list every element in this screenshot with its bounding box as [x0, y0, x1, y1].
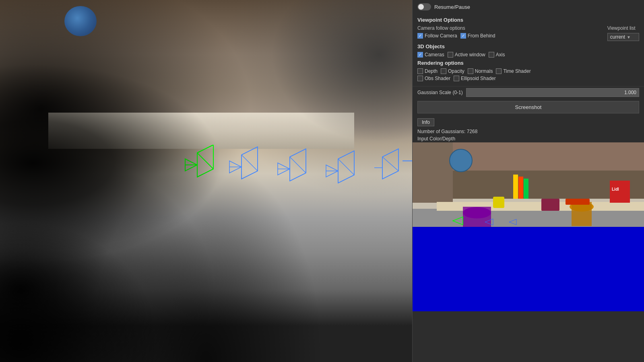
- svg-rect-55: [463, 207, 491, 227]
- follow-camera-checkbox[interactable]: [417, 33, 423, 39]
- resume-pause-row: Resume/Pause: [413, 0, 644, 14]
- depth-label: Depth: [425, 68, 438, 74]
- ellipsoid-shader-label: Ellipsoid Shader: [461, 76, 496, 81]
- normals-checkbox[interactable]: [468, 68, 473, 74]
- viewpoint-dropdown-value: current: [610, 34, 625, 40]
- ellipsoid-shader-checkbox-item[interactable]: Ellipsoid Shader: [454, 76, 496, 81]
- depth-checkbox-item[interactable]: Depth: [417, 68, 438, 74]
- viewpoint-dropdown[interactable]: current ▼: [607, 33, 639, 41]
- opacity-checkbox-item[interactable]: Opacity: [441, 68, 464, 74]
- svg-rect-48: [513, 175, 518, 199]
- info-button[interactable]: Info: [417, 118, 434, 126]
- rendering-options-title: Rendering options: [417, 60, 639, 66]
- preview-container: Lidl: [413, 142, 644, 362]
- rendering-options-row2: Obs Shader Ellipsoid Shader: [417, 76, 639, 81]
- cameras-label: Cameras: [425, 52, 444, 58]
- opacity-checkbox[interactable]: [441, 68, 446, 74]
- active-window-label: Active window: [455, 52, 485, 58]
- input-color-depth-text: Input Color/Depth: [413, 135, 644, 142]
- axis-checkbox-item[interactable]: Axis: [489, 52, 505, 58]
- color-preview: Lidl: [413, 142, 644, 227]
- axis-label: Axis: [496, 52, 505, 58]
- svg-rect-44: [413, 209, 644, 227]
- resume-pause-label: Resume/Pause: [434, 4, 470, 10]
- viewpoint-options-section: Viewpoint Options Camera follow options …: [413, 14, 644, 86]
- gaussian-scale-label: Gaussian Scale (0-1): [417, 90, 463, 95]
- cameras-checkbox[interactable]: [417, 52, 423, 58]
- obs-shader-checkbox-item[interactable]: Obs Shader: [417, 76, 450, 81]
- time-shader-label: Time Shader: [503, 68, 530, 74]
- obs-shader-label: Obs Shader: [425, 76, 450, 81]
- rendering-options-row1: Depth Opacity Normals Time Shader: [417, 68, 639, 74]
- viewpoint-list-group: Viewpoint list current ▼: [607, 25, 639, 41]
- follow-camera-label: Follow Camera: [425, 33, 457, 39]
- viewport[interactable]: [0, 0, 412, 362]
- axis-checkbox[interactable]: [489, 52, 494, 58]
- time-shader-checkbox-item[interactable]: Time Shader: [496, 68, 530, 74]
- ellipsoid-shader-checkbox[interactable]: [454, 76, 459, 81]
- svg-text:Lidl: Lidl: [612, 187, 619, 191]
- from-behind-checkbox[interactable]: [460, 33, 466, 39]
- info-section: Info Number of Gaussians: 7268 Input Col…: [413, 116, 644, 142]
- time-shader-checkbox[interactable]: [496, 68, 502, 74]
- gaussian-scale-input[interactable]: [466, 88, 639, 97]
- camera-follow-title: Camera follow options: [417, 25, 495, 31]
- camera-follow-group: Camera follow options Follow Camera From…: [417, 25, 495, 40]
- obs-shader-checkbox[interactable]: [417, 76, 423, 81]
- from-behind-label: From Behind: [468, 33, 495, 39]
- svg-rect-59: [541, 199, 559, 211]
- opacity-label: Opacity: [448, 68, 464, 74]
- svg-rect-60: [566, 199, 590, 205]
- cameras-checkbox-item[interactable]: Cameras: [417, 52, 444, 58]
- active-window-checkbox[interactable]: [448, 52, 453, 58]
- depth-preview: [413, 227, 644, 311]
- viewport-vignette: [0, 0, 412, 362]
- chevron-down-icon: ▼: [627, 35, 631, 39]
- active-window-checkbox-item[interactable]: Active window: [448, 52, 485, 58]
- follow-camera-checkbox-item[interactable]: Follow Camera: [417, 33, 457, 39]
- svg-rect-58: [493, 197, 504, 208]
- objects-3d-row: Cameras Active window Axis: [417, 52, 639, 58]
- objects-3d-title: 3D Objects: [417, 43, 639, 49]
- svg-rect-49: [518, 177, 523, 199]
- gaussian-scale-row: Gaussian Scale (0-1): [413, 86, 644, 99]
- svg-rect-53: [572, 202, 592, 226]
- svg-rect-50: [524, 179, 528, 199]
- depth-checkbox[interactable]: [417, 68, 423, 74]
- viewpoint-options-title: Viewpoint Options: [417, 17, 639, 23]
- resume-pause-toggle[interactable]: [417, 3, 431, 10]
- num-gaussians-text: Number of Gaussians: 7268: [413, 128, 644, 135]
- normals-checkbox-item[interactable]: Normals: [468, 68, 493, 74]
- svg-rect-56: [610, 181, 630, 203]
- svg-rect-45: [413, 142, 453, 203]
- screenshot-button[interactable]: Screenshot: [417, 101, 639, 113]
- viewpoint-options-row: Camera follow options Follow Camera From…: [417, 25, 639, 41]
- viewpoint-list-title: Viewpoint list: [607, 25, 639, 31]
- right-panel: Resume/Pause Viewpoint Options Camera fo…: [412, 0, 644, 362]
- normals-label: Normals: [475, 68, 493, 74]
- camera-follow-checkboxes: Follow Camera From Behind: [417, 33, 495, 39]
- from-behind-checkbox-item[interactable]: From Behind: [460, 33, 495, 39]
